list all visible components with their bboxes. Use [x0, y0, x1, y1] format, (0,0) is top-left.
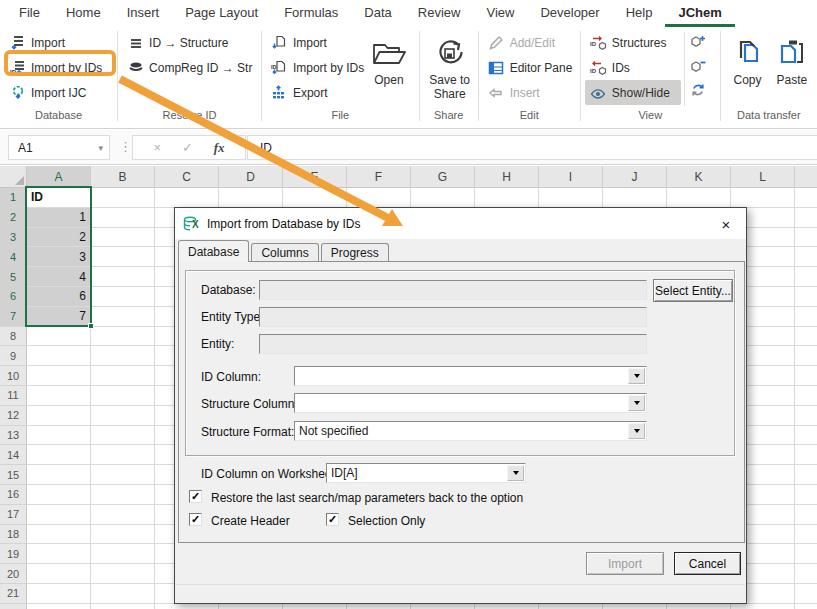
- cell-H22[interactable]: [475, 604, 539, 609]
- dialog-title-bar[interactable]: X Import from Database by IDs: [175, 208, 746, 239]
- cell-F1[interactable]: [347, 188, 411, 208]
- file-import-button[interactable]: Import: [266, 30, 366, 55]
- column-header-F[interactable]: F: [347, 166, 411, 188]
- column-header-C[interactable]: C: [155, 166, 219, 188]
- row-header-13[interactable]: 13: [0, 426, 27, 446]
- create-header-checkbox[interactable]: ✓: [189, 513, 202, 526]
- cancel-button[interactable]: Cancel: [674, 552, 741, 575]
- save-to-share-button[interactable]: Save to Share: [420, 30, 480, 108]
- cell-F22[interactable]: [347, 604, 411, 609]
- cancel-entry-icon[interactable]: ×: [153, 140, 161, 155]
- dialog-tab-database[interactable]: Database: [178, 240, 249, 262]
- column-header-L[interactable]: L: [731, 166, 795, 188]
- restore-checkbox[interactable]: ✓: [189, 490, 202, 503]
- row-header-18[interactable]: 18: [0, 525, 27, 545]
- cell-partial[interactable]: [795, 366, 817, 386]
- cell-A17[interactable]: [27, 505, 91, 525]
- cell-B12[interactable]: [91, 406, 155, 426]
- cell-partial[interactable]: [795, 228, 817, 248]
- structure-column-combo[interactable]: [294, 393, 647, 413]
- row-header-1[interactable]: 1: [0, 188, 27, 208]
- cell-L22[interactable]: [731, 604, 795, 609]
- confirm-entry-icon[interactable]: ✓: [182, 140, 193, 155]
- column-header-E[interactable]: E: [283, 166, 347, 188]
- row-header-22[interactable]: [0, 604, 27, 609]
- row-header-12[interactable]: 12: [0, 406, 27, 426]
- cell-B16[interactable]: [91, 485, 155, 505]
- column-header-K[interactable]: K: [667, 166, 731, 188]
- row-header-20[interactable]: 20: [0, 564, 27, 584]
- column-header-J[interactable]: J: [603, 166, 667, 188]
- ribbon-tab-jchem[interactable]: JChem: [665, 1, 734, 27]
- row-header-21[interactable]: 21: [0, 584, 27, 604]
- ribbon-tab-home[interactable]: Home: [53, 1, 114, 27]
- structure-column-dropdown-button[interactable]: [628, 395, 645, 411]
- column-header-A[interactable]: A: [27, 166, 91, 188]
- cell-K22[interactable]: [667, 604, 731, 609]
- paste-button[interactable]: Paste: [773, 30, 812, 108]
- cell-A4[interactable]: 3: [27, 247, 91, 267]
- cell-partial[interactable]: [795, 346, 817, 366]
- row-header-10[interactable]: 10: [0, 366, 27, 386]
- row-header-15[interactable]: 15: [0, 465, 27, 485]
- cell-B19[interactable]: [91, 544, 155, 564]
- entity-field[interactable]: [259, 334, 647, 354]
- cell-B11[interactable]: [91, 386, 155, 406]
- cell-E22[interactable]: [283, 604, 347, 609]
- row-header-4[interactable]: 4: [0, 247, 27, 267]
- cell-B3[interactable]: [91, 228, 155, 248]
- cell-G1[interactable]: [411, 188, 475, 208]
- cell-A22[interactable]: [27, 604, 91, 609]
- row-header-7[interactable]: 7: [0, 307, 27, 327]
- column-header-B[interactable]: B: [91, 166, 155, 188]
- row-header-8[interactable]: 8: [0, 327, 27, 347]
- cell-A11[interactable]: [27, 386, 91, 406]
- cell-A5[interactable]: 4: [27, 267, 91, 287]
- row-header-2[interactable]: 2: [0, 208, 27, 228]
- id-column-dropdown-button[interactable]: [628, 368, 645, 384]
- ribbon-tab-developer[interactable]: Developer: [527, 1, 612, 27]
- cell-A3[interactable]: 2: [27, 228, 91, 248]
- column-header-I[interactable]: I: [539, 166, 603, 188]
- entity-type-field[interactable]: [259, 307, 647, 327]
- cell-B5[interactable]: [91, 267, 155, 287]
- row-header-9[interactable]: 9: [0, 346, 27, 366]
- cell-partial[interactable]: [795, 386, 817, 406]
- cell-A15[interactable]: [27, 465, 91, 485]
- cell-partial[interactable]: [795, 544, 817, 564]
- ribbon-tab-file[interactable]: File: [6, 1, 53, 27]
- insert-button[interactable]: Insert: [483, 80, 578, 105]
- cell-A20[interactable]: [27, 564, 91, 584]
- cell-G22[interactable]: [411, 604, 475, 609]
- add-edit-button[interactable]: Add/Edit: [483, 30, 578, 55]
- structure-format-dropdown-button[interactable]: [628, 423, 645, 439]
- insert-function-icon[interactable]: fx: [214, 140, 225, 156]
- cell-B2[interactable]: [91, 208, 155, 228]
- ribbon-tab-insert[interactable]: Insert: [114, 1, 173, 27]
- cell-B15[interactable]: [91, 465, 155, 485]
- cell-B7[interactable]: [91, 307, 155, 327]
- cell-partial[interactable]: [795, 327, 817, 347]
- row-header-14[interactable]: 14: [0, 445, 27, 465]
- cell-B4[interactable]: [91, 247, 155, 267]
- cell-C1[interactable]: [155, 188, 219, 208]
- column-header-G[interactable]: G: [411, 166, 475, 188]
- cell-partial[interactable]: [795, 287, 817, 307]
- cell-B18[interactable]: [91, 525, 155, 545]
- cell-C22[interactable]: [155, 604, 219, 609]
- structure-format-combo[interactable]: Not specified: [294, 421, 647, 441]
- cell-J1[interactable]: [603, 188, 667, 208]
- ribbon-tab-page-layout[interactable]: Page Layout: [172, 1, 271, 27]
- structures-button[interactable]: ID Structures: [585, 30, 681, 55]
- ids-button[interactable]: ID IDs: [585, 55, 681, 80]
- add-structure-button[interactable]: [688, 32, 708, 52]
- row-header-5[interactable]: 5: [0, 267, 27, 287]
- export-button[interactable]: Export: [266, 80, 366, 105]
- cell-A10[interactable]: [27, 366, 91, 386]
- editor-pane-button[interactable]: Editor Pane: [483, 55, 578, 80]
- cell-partial[interactable]: [795, 208, 817, 228]
- compreg-id-to-str-button[interactable]: CompReg ID → Str: [122, 55, 257, 80]
- cell-partial[interactable]: [795, 525, 817, 545]
- name-box[interactable]: A1 ▾: [8, 135, 110, 160]
- cell-B9[interactable]: [91, 346, 155, 366]
